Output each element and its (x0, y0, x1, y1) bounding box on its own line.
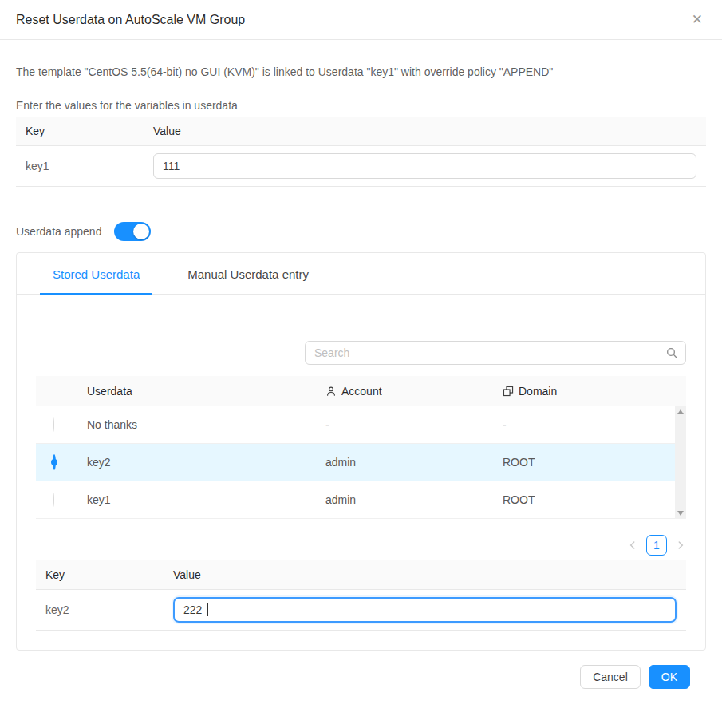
userdata-append-toggle[interactable] (114, 222, 151, 241)
scroll-down-icon[interactable] (677, 511, 684, 516)
userdata-cell: key2 (87, 456, 325, 469)
radio-no-thanks[interactable] (53, 417, 54, 432)
table-row-no-thanks[interactable]: No thanks - - (36, 406, 686, 444)
toggle-knob (133, 224, 149, 239)
table-row-key1[interactable]: key1 admin ROOT (36, 481, 686, 519)
close-icon[interactable]: ✕ (688, 11, 706, 28)
table-row: key1 (16, 146, 706, 187)
search-input[interactable] (305, 341, 686, 365)
kv2-value-input[interactable] (173, 597, 677, 623)
stored-userdata-table: Userdata Account (36, 376, 686, 519)
scrollbar[interactable] (675, 406, 686, 519)
domain-cell: ROOT (503, 493, 686, 506)
radio-key2[interactable] (53, 454, 56, 470)
search-icon[interactable] (665, 346, 678, 359)
tab-manual-userdata-entry[interactable]: Manual Userdata entry (175, 253, 322, 294)
modal-footer: Cancel OK (16, 651, 706, 689)
userdata-column-header: Userdata (87, 385, 132, 398)
account-cell: - (325, 418, 503, 431)
userdata-panel: Stored Userdata Manual Userdata entry (16, 252, 706, 651)
domain-column-header: Domain (519, 385, 557, 398)
variable-key-label: key1 (16, 146, 144, 187)
userdata-tabs: Stored Userdata Manual Userdata entry (17, 253, 705, 295)
account-cell: admin (325, 456, 503, 469)
stored-userdata-content: Userdata Account (17, 295, 705, 650)
userdata-cell: key1 (87, 493, 325, 506)
userdata-append-label: Userdata append (16, 225, 101, 238)
modal-body: The template "CentOS 5.5(64-bit) no GUI … (0, 64, 722, 689)
variables-table-value-header: Value (144, 117, 706, 146)
scroll-up-icon[interactable] (677, 410, 684, 414)
modal-title: Reset Userdata on AutoScale VM Group (16, 13, 245, 27)
stored-userdata-rows: No thanks - - key2 admin ROOT key1 admin (36, 406, 686, 519)
variables-table-key-header: Key (16, 117, 144, 146)
domain-icon (503, 386, 514, 397)
pagination: 1 (36, 535, 686, 556)
stored-userdata-table-header: Userdata Account (36, 376, 686, 406)
selected-userdata-variables-table: Key Value key2 (36, 560, 686, 631)
account-column-header: Account (341, 385, 382, 398)
previous-page-icon[interactable] (627, 540, 638, 551)
domain-cell: - (503, 418, 686, 431)
variables-instruction: Enter the values for the variables in us… (16, 99, 706, 112)
table-row: key2 (36, 590, 686, 631)
kv2-key-header: Key (36, 560, 164, 590)
text-caret (207, 603, 208, 616)
search-box (305, 341, 686, 365)
kv2-key-label: key2 (36, 590, 164, 631)
variables-table: Key Value key1 (16, 117, 706, 187)
tab-stored-userdata[interactable]: Stored Userdata (40, 253, 152, 294)
account-icon (325, 386, 337, 397)
variable-value-input[interactable] (153, 153, 696, 179)
next-page-icon[interactable] (675, 540, 686, 551)
template-link-description: The template "CentOS 5.5(64-bit) no GUI … (16, 64, 706, 80)
userdata-append-row: Userdata append (16, 222, 706, 241)
page-number[interactable]: 1 (646, 535, 667, 556)
userdata-cell: No thanks (87, 418, 325, 431)
radio-key1[interactable] (53, 493, 54, 507)
account-cell: admin (325, 493, 503, 506)
modal-header: Reset Userdata on AutoScale VM Group ✕ (0, 0, 722, 40)
table-row-key2[interactable]: key2 admin ROOT (36, 444, 686, 481)
ok-button[interactable]: OK (649, 665, 690, 689)
kv2-value-header: Value (164, 560, 686, 590)
domain-cell: ROOT (503, 456, 686, 469)
cancel-button[interactable]: Cancel (580, 665, 641, 689)
